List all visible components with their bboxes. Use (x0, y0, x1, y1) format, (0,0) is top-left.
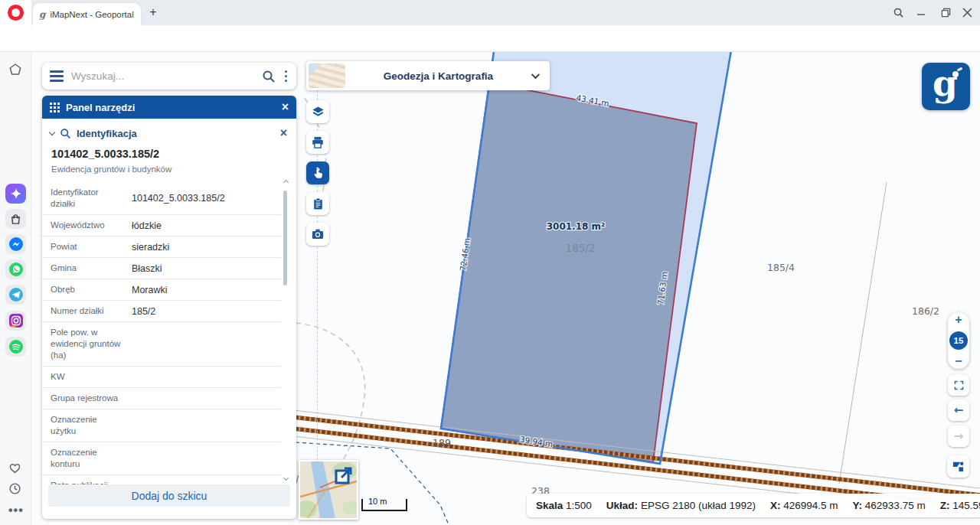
attribute-row: Oznaczenie użytku (42, 409, 281, 442)
scale-bar: 10 m (361, 499, 407, 511)
theme-title: Geodezja i Kartografia (345, 70, 531, 82)
y-coordinate: Y: 462933.75 m (853, 500, 926, 511)
map-status-bar: Skala 1:500 Układ: EPSG 2180 (układ 1992… (527, 494, 980, 517)
geoportal-logo[interactable]: g (922, 63, 970, 110)
attribute-row: Powiatsieradzki (42, 236, 281, 258)
scroll-down-icon[interactable] (283, 475, 289, 481)
z-coordinate: Z: 145.59 (940, 500, 980, 511)
attribute-list[interactable]: Identyfikator działki101402_5.0033.185/2… (42, 182, 281, 484)
add-to-sketch-button[interactable]: Dodaj do szkicu (48, 484, 290, 507)
opera-logo-area (0, 0, 31, 25)
opera-sidebar: ••• (0, 52, 31, 525)
attribute-row: Numer działki185/2 (42, 301, 281, 322)
telegram-icon[interactable] (5, 285, 26, 305)
identify-search-icon (60, 128, 71, 139)
tools-panel-header[interactable]: Panel narzędzi × (42, 96, 296, 119)
aria-ai-icon[interactable] (5, 184, 26, 204)
grid-drag-icon (50, 103, 60, 112)
search-input[interactable] (71, 70, 254, 82)
attribute-row: Pole pow. w ewidencji gruntów (ha) (42, 322, 281, 367)
attribute-row: ObrębMorawki (42, 279, 281, 301)
result-parcel-id: 101402_5.0033.185/2 (42, 145, 296, 160)
scroll-up-icon[interactable] (283, 180, 289, 186)
browser-tab-strip: g iMapNext - Geoportal + (0, 0, 980, 25)
result-source: Ewidencja gruntów i budynków (42, 160, 296, 180)
section-close-icon[interactable]: × (280, 126, 287, 140)
attribute-row: Data publikacji (42, 475, 281, 485)
new-tab-button[interactable]: + (145, 5, 161, 20)
browser-tab[interactable]: g iMapNext - Geoportal (33, 3, 141, 25)
zoom-out-button[interactable]: − (955, 357, 962, 366)
sidebar-more-icon[interactable]: ••• (8, 504, 22, 517)
map-search-bar (42, 63, 296, 90)
tab-title: iMapNext - Geoportal (50, 10, 133, 19)
shopping-icon[interactable] (5, 209, 26, 229)
screenshot-camera-button[interactable] (306, 223, 329, 246)
theme-thumbnail (309, 64, 345, 88)
scale-bar-label: 10 m (366, 497, 389, 506)
fullscreen-button[interactable] (948, 374, 969, 396)
identification-section-header[interactable]: Identyfikacja × (42, 119, 296, 145)
layers-button[interactable] (306, 100, 329, 123)
menu-hamburger-icon[interactable] (50, 70, 64, 82)
attribute-row: GminaBłaszki (42, 258, 281, 279)
panel-title: Panel narzędzi (66, 102, 276, 113)
section-title: Identyfikacja (77, 128, 275, 139)
panel-scrollbar[interactable] (283, 191, 287, 285)
expand-minimap-icon[interactable] (334, 465, 354, 486)
history-back-button[interactable]: ← (948, 399, 969, 421)
tab-favicon: g (39, 9, 45, 20)
x-coordinate: X: 426994.5 m (770, 500, 838, 511)
print-button[interactable] (306, 131, 329, 154)
theme-chevron-down-icon[interactable] (531, 70, 540, 79)
collapse-chevron-icon[interactable] (49, 129, 55, 135)
attribute-row: Województwołódzkie (42, 215, 281, 236)
zoom-control: + 15 − (948, 312, 969, 369)
attribute-row: Grupa rejestrowa (42, 388, 281, 409)
parcel-185-4-label: 185/4 (767, 262, 795, 273)
messenger-icon[interactable] (5, 234, 26, 254)
map-widgets-button[interactable] (947, 455, 969, 478)
parcel-area-label: 3001.18 m² (547, 221, 606, 232)
logo-dot (952, 71, 959, 77)
overview-minimap[interactable] (299, 460, 358, 520)
attribute-row: Identyfikator działki101402_5.0033.185/2 (42, 182, 281, 215)
road-parcel-label: 189 (433, 437, 451, 448)
zoom-in-button[interactable]: + (955, 315, 962, 324)
identify-touch-button[interactable] (306, 161, 329, 184)
pinboards-icon[interactable] (8, 63, 22, 77)
attribute-row: KW (42, 367, 281, 388)
report-clipboard-button[interactable] (306, 192, 329, 215)
crs-readout: Układ: EPSG 2180 (układ 1992) (606, 500, 756, 511)
parcel-186-2-label: 186/2 (912, 305, 939, 317)
parcel-number-label: 185/2 (566, 242, 596, 254)
history-clock-icon[interactable] (8, 482, 22, 496)
map-theme-bar[interactable]: Geodezja i Kartografia (306, 61, 550, 90)
attribute-row: Oznaczenie konturu (42, 442, 281, 475)
favorites-heart-icon[interactable] (8, 461, 22, 475)
zoom-level-badge: 15 (949, 331, 968, 350)
history-forward-button[interactable]: → (948, 426, 969, 447)
browser-search-icon[interactable] (890, 5, 906, 20)
window-minimize-button[interactable] (913, 5, 929, 20)
logo-tick (957, 67, 962, 71)
browser-address-bar: VPN mapy.geoportal.gov.pl/imapnext/imap/… (0, 25, 980, 52)
instagram-icon[interactable] (5, 311, 26, 331)
spotify-icon[interactable] (5, 337, 26, 357)
panel-close-icon[interactable]: × (282, 101, 289, 113)
window-close-button[interactable] (959, 5, 975, 20)
scale-readout: Skala 1:500 (536, 500, 592, 511)
tools-panel: Panel narzędzi × Identyfikacja × 101402_… (42, 96, 296, 519)
search-options-kebab-icon[interactable] (283, 70, 289, 83)
search-icon[interactable] (262, 70, 276, 83)
whatsapp-icon[interactable] (5, 259, 26, 279)
window-maximize-button[interactable] (937, 5, 954, 20)
opera-logo-icon (8, 5, 24, 21)
